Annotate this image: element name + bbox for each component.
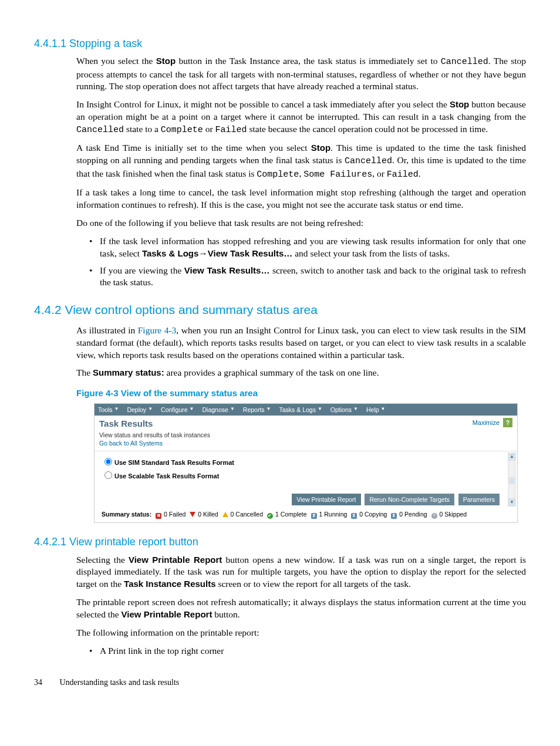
paragraph: As illustrated in Figure 4-3, when you r…: [76, 325, 526, 362]
heading-4-4-1-1: 4.4.1.1 Stopping a task: [34, 36, 526, 50]
menu-tasks-logs[interactable]: Tasks & Logs ▼: [279, 406, 322, 414]
heading-4-4-2-1: 4.4.2.1 View printable report button: [34, 535, 526, 549]
status-skipped-icon: ?: [431, 513, 437, 519]
chevron-down-icon: ▼: [318, 406, 322, 413]
chevron-down-icon: ▼: [230, 406, 235, 413]
menu-deploy[interactable]: Deploy ▼: [127, 406, 153, 414]
chevron-down-icon: ▼: [190, 406, 194, 413]
paragraph: In Insight Control for Linux, it might n…: [76, 99, 526, 136]
maximize-link[interactable]: Maximize: [473, 419, 500, 426]
paragraph: When you select the Stop button in the T…: [76, 55, 526, 93]
help-icon[interactable]: ?: [503, 418, 512, 427]
figure-4-3: Tools ▼ Deploy ▼ Configure ▼ Diagnose ▼ …: [94, 403, 518, 524]
paragraph: Selecting the View Printable Report butt…: [76, 554, 526, 591]
chevron-down-icon: ▼: [381, 406, 386, 413]
scroll-down-icon[interactable]: ▼: [508, 498, 516, 507]
menu-configure[interactable]: Configure ▼: [161, 406, 194, 414]
radio-scalable[interactable]: Use Scalable Task Results Format: [102, 470, 510, 481]
page-footer: 34 Understanding tasks and task results: [34, 677, 526, 688]
parameters-button[interactable]: Parameters: [458, 494, 500, 505]
paragraph: The printable report screen does not ref…: [76, 596, 526, 621]
menu-reports[interactable]: Reports ▼: [243, 406, 271, 414]
list-item: If the task level information has stoppe…: [89, 235, 526, 260]
status-cancelled-icon: [222, 512, 228, 517]
figure-caption: Figure 4-3 View of the summary status ar…: [76, 387, 526, 399]
status-copying-icon: ⧗: [351, 513, 357, 519]
chapter-title: Understanding tasks and task results: [60, 678, 180, 687]
status-failed-icon: ✖: [156, 513, 161, 519]
radio-sim-standard[interactable]: Use SIM Standard Task Results Format: [102, 456, 510, 467]
chevron-down-icon: ▼: [114, 406, 119, 413]
menu-options[interactable]: Options ▼: [330, 406, 358, 414]
menu-help[interactable]: Help ▼: [366, 406, 386, 414]
page-number: 34: [34, 677, 58, 688]
heading-4-4-2: 4.4.2 View control options and summary s…: [34, 302, 526, 318]
chevron-down-icon: ▼: [148, 406, 153, 413]
chevron-down-icon: ▼: [353, 406, 358, 413]
view-printable-report-button[interactable]: View Printable Report: [292, 494, 360, 505]
xref-figure-4-3[interactable]: Figure 4-3: [138, 325, 177, 335]
list-item: A Print link in the top right corner: [89, 645, 526, 657]
paragraph: The following information on the printab…: [76, 627, 526, 639]
paragraph: The Summary status: area provides a grap…: [76, 367, 526, 379]
app-menubar: Tools ▼ Deploy ▼ Configure ▼ Diagnose ▼ …: [95, 404, 517, 416]
panel-subtitle: View status and results of task instance…: [99, 431, 210, 439]
paragraph: If a task takes a long time to cancel, t…: [76, 187, 526, 211]
scrollbar[interactable]: ▲ ▼: [508, 453, 516, 507]
chevron-down-icon: ▼: [266, 406, 271, 413]
scroll-up-icon[interactable]: ▲: [508, 453, 516, 461]
go-back-link[interactable]: Go back to All Systems: [99, 440, 163, 447]
paragraph: Do one of the following if you believe t…: [76, 217, 526, 229]
menu-tools[interactable]: Tools ▼: [98, 406, 119, 414]
summary-status-area: Summary status: ✖ 0 Failed 0 Killed 0 Ca…: [95, 508, 517, 522]
status-killed-icon: [190, 512, 195, 517]
status-running-icon: ⧗: [311, 513, 317, 519]
scroll-handle[interactable]: [509, 477, 515, 484]
paragraph: A task End Time is initially set to the …: [76, 142, 526, 180]
list-item: If you are viewing the View Task Results…: [89, 265, 526, 289]
status-pending-icon: ⧗: [391, 513, 397, 519]
status-complete-icon: ✔: [267, 513, 273, 519]
panel-title: Task Results: [99, 418, 210, 430]
menu-diagnose[interactable]: Diagnose ▼: [203, 406, 235, 414]
rerun-non-complete-button[interactable]: Rerun Non-Complete Targets: [365, 494, 454, 505]
